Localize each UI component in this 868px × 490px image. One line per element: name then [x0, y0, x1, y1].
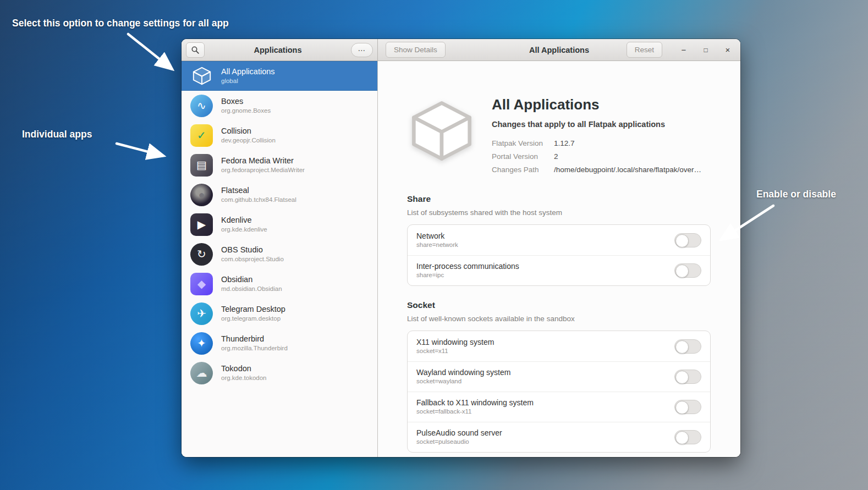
permission-label: Network [416, 231, 458, 241]
permission-row: X11 windowing system socket=x11 [408, 331, 710, 361]
property-label: Changes Path [492, 163, 554, 177]
permission-key: socket=wayland [416, 377, 510, 386]
hero-icon [407, 96, 476, 166]
toggle-switch[interactable] [674, 339, 701, 354]
permission-row: Fallback to X11 windowing system socket=… [408, 392, 710, 422]
app-name: Kdenlive [221, 215, 267, 225]
app-id: md.obsidian.Obsidian [221, 285, 282, 293]
toggle-switch[interactable] [674, 233, 701, 247]
app-name: OBS Studio [221, 245, 284, 255]
sidebar-app-row[interactable]: ◆ Obsidian md.obsidian.Obsidian [182, 269, 377, 299]
app-id: org.kde.kdenlive [221, 225, 267, 234]
sidebar-app-row[interactable]: ∿ Boxes org.gnome.Boxes [182, 91, 377, 120]
thunderbird-app-icon: ✦ [190, 332, 213, 355]
toggle-switch[interactable] [674, 430, 701, 444]
section-title: Socket [407, 300, 711, 310]
annotation-enable-disable: Enable or disable [756, 189, 836, 200]
obs-studio-app-icon: ↻ [190, 243, 213, 266]
toggle-switch[interactable] [674, 370, 701, 384]
page-title: All Applications [492, 96, 701, 113]
reset-button[interactable]: Reset [627, 42, 662, 58]
sidebar-app-row[interactable]: ✈ Telegram Desktop org.telegram.desktop [182, 299, 377, 328]
annotation-individual-apps: Individual apps [22, 129, 92, 140]
property-row: Changes Path /home/debugpoint/.local/sha… [492, 163, 701, 177]
permission-card: X11 windowing system socket=x11 Wayland … [407, 331, 711, 453]
sidebar-title: Applications [254, 46, 301, 54]
sidebar-app-row[interactable]: ▤ Fedora Media Writer org.fedoraproject.… [182, 150, 377, 180]
menu-dots-icon: ⋯ [358, 46, 366, 54]
search-button[interactable] [186, 42, 205, 58]
permission-label: PulseAudio sound server [416, 428, 502, 438]
app-id: com.obsproject.Studio [221, 255, 284, 263]
flatpak-cube-icon [192, 66, 212, 86]
annotation-select-all: Select this option to change settings fo… [12, 18, 229, 29]
sidebar-app-row[interactable]: ↻ OBS Studio com.obsproject.Studio [182, 239, 377, 269]
property-value: /home/debugpoint/.local/share/flatpak/ov… [554, 163, 701, 177]
sidebar-app-row[interactable]: ✦ Thunderbird org.mozilla.Thunderbird [182, 328, 377, 358]
minimize-icon: − [682, 45, 686, 54]
maximize-icon: □ [704, 46, 707, 54]
permission-row: PulseAudio sound server socket=pulseaudi… [408, 422, 710, 452]
sidebar-app-row[interactable]: ▶ Kdenlive org.kde.kdenlive [182, 210, 377, 239]
section-description: List of subsystems shared with the host … [407, 208, 711, 217]
main-headerbar: Show Details All Applications Reset − □ … [378, 39, 740, 61]
property-row: Flatpak Version 1.12.7 [492, 137, 701, 150]
permission-key: share=ipc [416, 271, 519, 280]
app-name: Obsidian [221, 274, 282, 284]
app-list: All Applications global ∿ Boxes org.gnom… [182, 61, 377, 388]
property-row: Portal Version 2 [492, 150, 701, 163]
collision-app-icon: ✓ [190, 124, 213, 147]
app-id: global [221, 77, 275, 85]
permission-key: socket=x11 [416, 347, 494, 356]
sidebar-app-row[interactable]: ☁ Tokodon org.kde.tokodon [182, 358, 377, 388]
property-label: Portal Version [492, 150, 554, 163]
app-id: org.mozilla.Thunderbird [221, 344, 288, 353]
permission-row: Wayland windowing system socket=wayland [408, 361, 710, 392]
app-name: Tokodon [221, 364, 266, 373]
property-value: 2 [554, 150, 558, 163]
permission-sections: Share List of subsystems shared with the… [407, 194, 711, 453]
app-name: Fedora Media Writer [221, 156, 305, 166]
show-details-button[interactable]: Show Details [386, 42, 446, 58]
toggle-switch[interactable] [674, 400, 701, 414]
permission-key: share=network [416, 241, 458, 250]
section-title: Share [407, 194, 711, 204]
permission-row: Inter-process communications share=ipc [408, 255, 710, 285]
app-id: org.telegram.desktop [221, 315, 285, 323]
sidebar-app-row[interactable]: ✓ Collision dev.geopjr.Collision [182, 120, 377, 150]
close-icon: × [726, 45, 730, 54]
permission-key: socket=pulseaudio [416, 438, 502, 447]
sidebar-app-row[interactable]: All Applications global [182, 61, 377, 91]
maximize-button[interactable]: □ [699, 43, 713, 57]
close-button[interactable]: × [721, 43, 735, 57]
media-writer-app-icon: ▤ [190, 154, 213, 177]
app-name: Boxes [221, 96, 271, 106]
app-header-block: All Applications Changes that apply to a… [407, 96, 711, 177]
search-icon [191, 46, 200, 54]
app-name: Flatseal [221, 185, 296, 195]
sidebar-app-row[interactable]: ● Flatseal com.github.tchx84.Flatseal [182, 180, 377, 210]
permission-section: Socket List of well-known sockets availa… [407, 300, 711, 453]
flatseal-window: Applications ⋯ Show Details All Applicat… [182, 39, 740, 457]
boxes-app-icon: ∿ [190, 95, 213, 117]
permission-label: Fallback to X11 windowing system [416, 398, 534, 408]
toggle-switch[interactable] [674, 263, 701, 278]
minimize-button[interactable]: − [677, 43, 691, 57]
kdenlive-app-icon: ▶ [190, 213, 213, 236]
app-id: com.github.tchx84.Flatseal [221, 196, 296, 204]
app-id: org.fedoraproject.MediaWriter [221, 166, 305, 174]
permission-section: Share List of subsystems shared with the… [407, 194, 711, 286]
permission-label: X11 windowing system [416, 337, 494, 347]
sidebar: All Applications global ∿ Boxes org.gnom… [182, 61, 378, 457]
tokodon-app-icon: ☁ [190, 362, 213, 384]
permission-label: Wayland windowing system [416, 367, 510, 377]
sidebar-headerbar: Applications ⋯ [182, 39, 378, 61]
section-description: List of well-known sockets available in … [407, 315, 711, 323]
permission-row: Network share=network [408, 225, 710, 255]
menu-button[interactable]: ⋯ [351, 43, 373, 57]
permission-key: socket=fallback-x11 [416, 408, 534, 416]
obsidian-app-icon: ◆ [190, 273, 213, 295]
properties: Flatpak Version 1.12.7 Portal Version 2 … [492, 137, 701, 177]
property-label: Flatpak Version [492, 137, 554, 150]
app-name: All Applications [221, 67, 275, 76]
